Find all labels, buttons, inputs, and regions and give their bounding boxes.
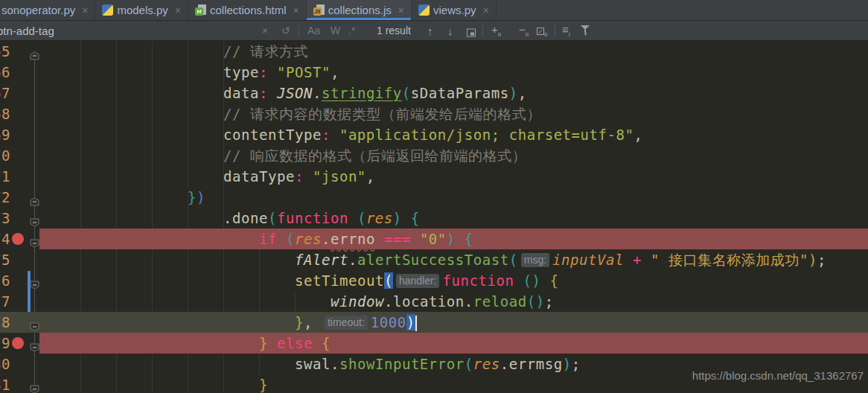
code-token: // 响应数据的格式（后端返回给前端的格式） [223, 147, 526, 164]
line-number: 72 [0, 187, 10, 208]
tab-sonoperator-py[interactable]: sonoperator.py × [0, 0, 95, 20]
code-text[interactable]: .done(function (res) { [39, 208, 868, 229]
code-token: . [313, 85, 322, 101]
code-token: if [259, 231, 277, 247]
code-token: () [527, 293, 545, 310]
code-line[interactable]: 77window.location.reload(); [0, 291, 868, 312]
gutter[interactable]: 67 [0, 83, 39, 103]
code-line[interactable]: 68// 请求内容的数据类型（前端发给后端的格式） [0, 103, 868, 124]
code-line[interactable]: 75fAlert.alertSuccessToast(msg:inputVal … [0, 249, 868, 270]
gutter[interactable]: 69 [0, 124, 39, 145]
gutter[interactable]: 78 [0, 312, 39, 333]
filter-lines-icon[interactable]: ≡I [562, 23, 570, 38]
code-line[interactable]: 72}) [0, 187, 868, 208]
code-text[interactable]: window.location.reload(); [39, 291, 868, 312]
next-occurrence-button[interactable]: ↓ [447, 25, 453, 37]
code-token: inputVal [552, 252, 624, 268]
gutter[interactable]: 70 [0, 145, 39, 166]
gutter[interactable]: 65 [0, 41, 39, 62]
fold-marker-icon[interactable] [30, 318, 39, 327]
fold-marker-icon[interactable] [30, 339, 39, 348]
fold-marker-icon[interactable] [30, 276, 39, 285]
remove-selection-icon[interactable]: −II [519, 23, 529, 38]
code-line[interactable]: 73.done(function (res) { [0, 208, 868, 229]
code-line[interactable]: 78}, timeout:1000) [0, 312, 868, 333]
gutter[interactable]: 73 [0, 208, 39, 229]
code-line[interactable]: 76setTimeout(handler:function () { [0, 270, 868, 291]
editor[interactable]: 65// 请求方式66type: "POST",67data: JSON.str… [0, 41, 868, 393]
search-input[interactable]: btn-add-tag [0, 25, 54, 37]
code-text[interactable]: } else { [39, 333, 868, 354]
gutter[interactable]: 71 [0, 166, 39, 187]
gutter[interactable]: 72 [0, 187, 39, 208]
tab-views-py[interactable]: views.py × [412, 0, 497, 20]
tab-models-py[interactable]: models.py × [95, 0, 188, 20]
search-history-icon[interactable]: ↺ [281, 25, 290, 36]
gutter[interactable]: 76 [0, 270, 39, 291]
code-line[interactable]: 74if (res.errno === "0") { [0, 229, 868, 249]
fold-marker-icon[interactable] [30, 214, 39, 223]
gutter[interactable]: 74 [0, 229, 39, 249]
code-token [277, 231, 286, 247]
fold-marker-icon[interactable] [30, 380, 39, 389]
close-icon[interactable]: × [483, 5, 489, 16]
breakpoint-icon[interactable] [12, 337, 24, 349]
code-text[interactable]: // 请求方式 [39, 41, 868, 62]
code-text[interactable]: dataType: "json", [39, 166, 868, 187]
close-icon[interactable]: × [82, 5, 88, 16]
gutter[interactable]: 80 [0, 354, 39, 374]
code-line[interactable]: 67data: JSON.stringify(sDataParams), [0, 83, 868, 103]
gutter[interactable]: 79 [0, 333, 39, 354]
code-line[interactable]: 66type: "POST", [0, 62, 868, 83]
whole-words-toggle[interactable]: W [331, 25, 340, 36]
fold-marker-icon[interactable] [30, 193, 39, 202]
gutter[interactable]: 66 [0, 62, 39, 83]
code-token: alertSuccessToast [357, 252, 509, 268]
gutter[interactable]: 77 [0, 291, 39, 312]
tab-collections-html[interactable]: H collections.html × [188, 0, 307, 20]
close-icon[interactable]: × [293, 5, 299, 16]
code-token [456, 231, 465, 247]
tab-label: sonoperator.py [1, 4, 75, 16]
code-token: . [322, 231, 331, 247]
code-token: else [277, 335, 313, 351]
gutter[interactable]: 68 [0, 103, 39, 124]
code-text[interactable]: data: JSON.stringify(sDataParams), [39, 83, 868, 103]
fold-marker-icon[interactable] [30, 234, 39, 243]
close-icon[interactable]: × [398, 5, 404, 16]
code-text[interactable]: // 请求内容的数据类型（前端发给后端的格式） [39, 103, 868, 124]
line-number: 75 [0, 249, 10, 270]
code-text[interactable]: if (res.errno === "0") { [39, 229, 868, 249]
code-line[interactable]: 71dataType: "json", [0, 166, 868, 187]
regex-toggle[interactable]: .* [348, 25, 355, 36]
code-text[interactable]: }, timeout:1000) [39, 312, 868, 333]
add-selection-icon[interactable]: +II [491, 23, 501, 38]
code-token: } [259, 335, 268, 351]
gutter[interactable]: 75 [0, 249, 39, 270]
code-line[interactable]: 69contentType: "application/json; charse… [0, 124, 868, 145]
code-token: ( [384, 272, 393, 289]
close-search-icon[interactable]: × [262, 25, 268, 36]
code-text[interactable]: fAlert.alertSuccessToast(msg:inputVal + … [39, 249, 868, 270]
breakpoint-icon[interactable] [12, 233, 24, 245]
gutter[interactable]: 81 [0, 374, 39, 393]
search-filter-icon[interactable]: ▾ [580, 25, 590, 36]
code-text[interactable]: // 响应数据的格式（后端返回给前端的格式） [39, 145, 868, 166]
code-text[interactable]: contentType: "application/json; charset=… [39, 124, 868, 145]
code-token: ( [286, 231, 295, 247]
code-text[interactable]: setTimeout(handler:function () { [39, 270, 868, 291]
code-text[interactable]: }) [39, 187, 868, 208]
match-case-toggle[interactable]: Aa [307, 25, 320, 36]
code-token: JSON [277, 85, 313, 101]
tab-label: views.py [433, 4, 476, 16]
close-icon[interactable]: × [175, 5, 181, 16]
tab-collections-js[interactable]: JS collections.js × [307, 0, 412, 20]
code-text[interactable]: type: "POST", [39, 62, 868, 83]
fold-marker-icon[interactable] [30, 47, 39, 56]
code-line[interactable]: 70// 响应数据的格式（后端返回给前端的格式） [0, 145, 868, 166]
code-line[interactable]: 79} else { [0, 333, 868, 354]
toggle-selection-icon[interactable]: ✓II [537, 23, 547, 38]
previous-occurrence-button[interactable]: ↑ [427, 25, 433, 37]
code-line[interactable]: 65// 请求方式 [0, 41, 868, 62]
select-all-occurrences-icon[interactable] [467, 29, 476, 37]
